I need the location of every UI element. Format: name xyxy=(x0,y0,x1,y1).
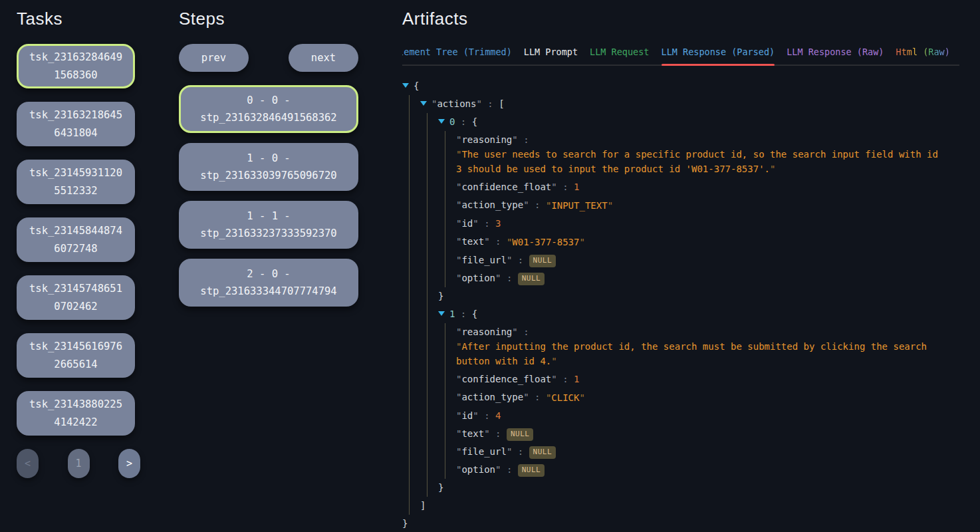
json-children: "reasoning" : "After inputting the produ… xyxy=(445,323,944,479)
json-value-string: "After inputting the product id, the sea… xyxy=(456,339,944,368)
step-button[interactable]: 0 - 0 - stp_231632846491568362 xyxy=(179,85,358,133)
tab-llm-response-parsed[interactable]: LLM Response (Parsed) xyxy=(662,47,775,65)
json-key: id xyxy=(461,410,473,421)
json-children: "reasoning" : "The user needs to search … xyxy=(445,131,944,287)
json-open-row: { xyxy=(402,77,944,95)
tab-llm-prompt[interactable]: LLM Prompt xyxy=(524,47,578,65)
quote: " xyxy=(512,327,517,337)
json-property-row: "reasoning" : "After inputting the produ… xyxy=(456,323,944,370)
task-button[interactable]: tsk_231438802254142422 xyxy=(17,391,135,436)
json-close-row: } xyxy=(402,515,944,532)
open-bracket: { xyxy=(414,80,419,91)
json-close-row: ] xyxy=(420,497,944,515)
quote: " xyxy=(484,236,489,247)
artifacts-tabbar: Element Tree (Trimmed)LLM PromptLLM Requ… xyxy=(402,47,959,66)
tasks-panel: Tasks tsk_231632846491568360tsk_23163218… xyxy=(17,9,135,478)
colon: : xyxy=(557,374,574,384)
step-list: 0 - 0 - stp_2316328464915683621 - 0 - st… xyxy=(179,85,358,307)
quote: " xyxy=(473,218,478,229)
open-bracket: { xyxy=(472,116,477,127)
quote: " xyxy=(551,182,556,192)
json-key: text xyxy=(461,236,484,247)
json-string-text: The user needs to search for a specific … xyxy=(456,149,938,174)
task-list: tsk_231632846491568360tsk_23163218645643… xyxy=(17,44,135,436)
json-children: 0 : {"reasoning" : "The user needs to se… xyxy=(427,113,944,497)
colon: : xyxy=(455,309,471,319)
null-badge: NULL xyxy=(529,255,556,267)
tab-element-tree-trimmed[interactable]: Element Tree (Trimmed) xyxy=(402,47,512,65)
json-value-number: 1 xyxy=(574,374,579,384)
close-bracket: } xyxy=(438,482,443,493)
json-children: "actions" : [0 : {"reasoning" : "The use… xyxy=(409,95,944,515)
json-key: action_type xyxy=(461,200,523,210)
json-property-row: "action_type" : "CLICK" xyxy=(456,388,944,407)
collapse-toggle-icon[interactable] xyxy=(402,83,409,88)
json-value-string: "INPUT_TEXT" xyxy=(546,198,613,213)
json-property-row: "confidence_float" : 1 xyxy=(456,370,944,388)
null-badge: NULL xyxy=(529,446,556,459)
json-key: file_url xyxy=(461,446,506,457)
task-button[interactable]: tsk_231459311205512332 xyxy=(17,160,135,204)
json-key: id xyxy=(461,218,473,229)
task-button[interactable]: tsk_231632846491568360 xyxy=(17,44,135,88)
json-string-text: W01-377-8537 xyxy=(512,237,579,247)
open-bracket: [ xyxy=(499,98,504,109)
step-button[interactable]: 1 - 0 - stp_231633039765096720 xyxy=(179,143,358,191)
task-button[interactable]: tsk_231632186456431804 xyxy=(17,102,135,146)
json-string-text: INPUT_TEXT xyxy=(551,200,607,211)
json-property-row: "option" : NULL xyxy=(456,269,944,287)
json-property-row: "id" : 4 xyxy=(456,407,944,425)
steps-prev-button[interactable]: prev xyxy=(179,44,249,72)
task-button[interactable]: tsk_231456169762665614 xyxy=(17,333,135,378)
collapse-toggle-icon[interactable] xyxy=(420,101,427,106)
tab-llm-response-raw[interactable]: LLM Response (Raw) xyxy=(787,47,884,65)
json-property-row: "text" : NULL xyxy=(456,425,944,443)
step-button[interactable]: 2 - 0 - stp_231633344707774794 xyxy=(179,259,358,307)
json-property-row: "option" : NULL xyxy=(456,461,944,479)
colon: : xyxy=(490,428,507,439)
colon: : xyxy=(501,273,517,283)
pagination-prev-button[interactable]: < xyxy=(17,449,39,478)
colon: : xyxy=(512,255,529,265)
quote: " xyxy=(551,374,556,384)
json-property-row: "action_type" : "INPUT_TEXT" xyxy=(456,196,944,215)
json-value-string: "CLICK" xyxy=(546,390,585,405)
tasks-pagination: < 1 > xyxy=(17,449,140,478)
json-key: reasoning xyxy=(461,134,512,145)
colon: : xyxy=(482,98,499,109)
colon: : xyxy=(518,327,529,337)
json-key: text xyxy=(461,428,484,439)
colon: : xyxy=(501,464,517,475)
tab-llm-request[interactable]: LLM Request xyxy=(590,47,649,65)
json-value-number: 4 xyxy=(495,410,501,421)
steps-title: Steps xyxy=(179,9,358,29)
quote: " xyxy=(770,164,775,174)
json-open-row: 1 : { xyxy=(438,305,944,323)
task-button[interactable]: tsk_231458448746072748 xyxy=(17,217,135,262)
json-string-text: After inputting the product id, the sear… xyxy=(456,341,927,366)
json-property-row: "id" : 3 xyxy=(456,215,944,233)
tab-html-raw[interactable]: Html (Raw) xyxy=(896,47,950,65)
quote: " xyxy=(476,98,481,109)
colon: : xyxy=(557,182,574,192)
close-bracket: } xyxy=(402,518,408,529)
json-property-row: "reasoning" : "The user needs to search … xyxy=(456,131,944,178)
null-badge: NULL xyxy=(518,273,545,285)
pagination-page-button[interactable]: 1 xyxy=(68,449,90,478)
open-bracket: { xyxy=(472,309,477,319)
collapse-toggle-icon[interactable] xyxy=(438,119,445,124)
colon: : xyxy=(529,392,546,402)
json-open-row: 0 : { xyxy=(438,113,944,131)
quote: " xyxy=(608,200,613,211)
quote: " xyxy=(484,428,489,439)
steps-next-button[interactable]: next xyxy=(289,44,358,72)
collapse-toggle-icon[interactable] xyxy=(438,311,445,316)
json-key: confidence_float xyxy=(461,182,551,192)
steps-panel: Steps prev next 0 - 0 - stp_231632846491… xyxy=(179,9,358,317)
steps-nav: prev next xyxy=(179,44,358,72)
pagination-next-button[interactable]: > xyxy=(118,449,140,478)
quote: " xyxy=(473,410,478,421)
task-button[interactable]: tsk_231457486510702462 xyxy=(17,275,135,320)
step-button[interactable]: 1 - 1 - stp_231633237333592370 xyxy=(179,201,358,249)
artifacts-panel: Artifacts Element Tree (Trimmed)LLM Prom… xyxy=(402,9,959,532)
